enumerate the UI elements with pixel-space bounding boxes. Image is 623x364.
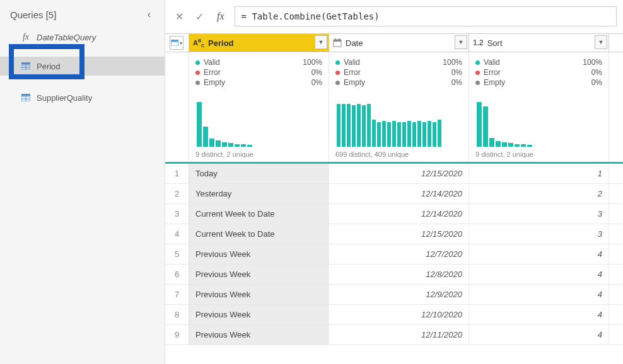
cell-period[interactable]: Yesterday (189, 184, 329, 203)
cell-sort[interactable]: 4 (469, 305, 609, 324)
row-number: 7 (165, 285, 189, 304)
column-header-date[interactable]: Date ▼ (329, 34, 469, 52)
row-number: 6 (165, 264, 189, 284)
table-row[interactable]: 7 Previous Week 12/9/2020 4 (165, 285, 623, 305)
accept-formula-button[interactable]: ✓ (192, 9, 207, 24)
table-options-button[interactable]: ▾ (165, 34, 189, 52)
cell-period[interactable]: Today (189, 164, 329, 183)
data-grid: ▾ ABC Period ▼ Date ▼ (165, 33, 623, 364)
main-content: ✕ ✓ fx ▾ ABC Period ▼ (165, 0, 623, 364)
cell-date[interactable]: 12/14/2020 (329, 184, 469, 203)
table-icon (20, 60, 32, 72)
cell-date[interactable]: 12/9/2020 (329, 285, 469, 304)
date-type-icon (333, 38, 342, 47)
cell-sort[interactable]: 3 (469, 204, 609, 224)
cell-sort[interactable]: 1 (469, 164, 609, 183)
cell-date[interactable]: 12/14/2020 (329, 204, 469, 224)
row-number: 3 (165, 204, 189, 224)
cell-date[interactable]: 12/11/2020 (329, 325, 469, 344)
query-label: DateTableQuery (37, 33, 96, 42)
column-profile-row: Valid100% Error0% Empty0% 9 distinct, 2 … (165, 52, 623, 164)
query-label: Period (37, 62, 61, 71)
column-name: Sort (487, 38, 605, 48)
cell-date[interactable]: 12/8/2020 (329, 264, 469, 284)
cell-period[interactable]: Previous Week (189, 285, 329, 304)
svg-rect-4 (21, 94, 30, 96)
cell-sort[interactable]: 2 (469, 184, 609, 203)
table-row[interactable]: 3 Current Week to Date 12/14/2020 3 (165, 204, 623, 224)
table-row[interactable]: 2 Yesterday 12/14/2020 2 (165, 184, 623, 204)
query-item-supplierquality[interactable]: SupplierQuality (0, 88, 165, 107)
data-rows[interactable]: 1 Today 12/15/2020 1 2 Yesterday 12/14/2… (165, 164, 623, 364)
column-profile-date: Valid100% Error0% Empty0% 699 distinct, … (329, 52, 469, 162)
formula-bar: ✕ ✓ fx (165, 3, 623, 33)
cell-sort[interactable]: 4 (469, 264, 609, 284)
cell-date[interactable]: 12/15/2020 (329, 224, 469, 244)
column-name: Period (208, 38, 325, 48)
row-number: 1 (165, 164, 189, 183)
column-profile-period: Valid100% Error0% Empty0% 9 distinct, 2 … (189, 52, 329, 162)
table-row[interactable]: 9 Previous Week 12/11/2020 4 (165, 325, 623, 345)
cell-sort[interactable]: 3 (469, 224, 609, 244)
column-header-sort[interactable]: 1.2 Sort ▼ (469, 34, 609, 52)
cell-period[interactable]: Current Week to Date (189, 204, 329, 224)
table-row[interactable]: 5 Previous Week 12/7/2020 4 (165, 244, 623, 264)
column-headers-row: ▾ ABC Period ▼ Date ▼ (165, 33, 623, 52)
row-number: 9 (165, 325, 189, 344)
query-item-hidden[interactable] (0, 76, 165, 88)
text-type-icon: ABC (193, 38, 204, 48)
collapse-sidebar-button[interactable]: ‹ (144, 8, 154, 21)
svg-rect-8 (171, 40, 178, 42)
column-filter-button[interactable]: ▼ (315, 35, 327, 49)
column-header-period[interactable]: ABC Period ▼ (189, 34, 329, 52)
cancel-formula-button[interactable]: ✕ (172, 9, 187, 24)
fx-icon: fx (212, 11, 230, 22)
cell-date[interactable]: 12/15/2020 (329, 164, 469, 183)
cell-sort[interactable]: 4 (469, 325, 609, 344)
table-icon (20, 92, 32, 103)
column-profile-sort: Valid100% Error0% Empty0% 9 distinct, 2 … (469, 52, 609, 162)
cell-sort[interactable]: 4 (469, 244, 609, 264)
cell-period[interactable]: Previous Week (189, 264, 329, 284)
cell-period[interactable]: Previous Week (189, 244, 329, 264)
cell-period[interactable]: Current Week to Date (189, 224, 329, 244)
queries-title: Queries [5] (10, 9, 56, 20)
svg-rect-9 (171, 42, 178, 46)
row-number: 5 (165, 244, 189, 264)
cell-sort[interactable]: 4 (469, 285, 609, 304)
query-label: SupplierQuality (37, 93, 92, 103)
column-name: Date (346, 38, 465, 48)
formula-input[interactable] (235, 6, 617, 26)
query-item-period[interactable]: Period (0, 57, 165, 76)
svg-rect-11 (334, 40, 341, 42)
row-number: 2 (165, 184, 189, 203)
cell-date[interactable]: 12/7/2020 (329, 244, 469, 264)
column-filter-button[interactable]: ▼ (595, 35, 607, 49)
cell-period[interactable]: Previous Week (189, 305, 329, 324)
cell-date[interactable]: 12/10/2020 (329, 305, 469, 324)
row-number: 4 (165, 224, 189, 244)
query-item-datetablequery[interactable]: fx DateTableQuery (0, 28, 165, 47)
svg-rect-0 (21, 62, 30, 64)
table-row[interactable]: 8 Previous Week 12/10/2020 4 (165, 305, 623, 325)
table-row[interactable]: 4 Current Week to Date 12/15/2020 3 (165, 224, 623, 244)
queries-sidebar: Queries [5] ‹ fx DateTableQuery Period (0, 0, 165, 364)
number-type-icon: 1.2 (473, 38, 484, 47)
row-number: 8 (165, 305, 189, 324)
fx-icon: fx (20, 31, 32, 43)
table-row[interactable]: 6 Previous Week 12/8/2020 4 (165, 264, 623, 285)
column-filter-button[interactable]: ▼ (455, 35, 467, 49)
cell-period[interactable]: Previous Week (189, 325, 329, 344)
table-row[interactable]: 1 Today 12/15/2020 1 (165, 164, 623, 184)
